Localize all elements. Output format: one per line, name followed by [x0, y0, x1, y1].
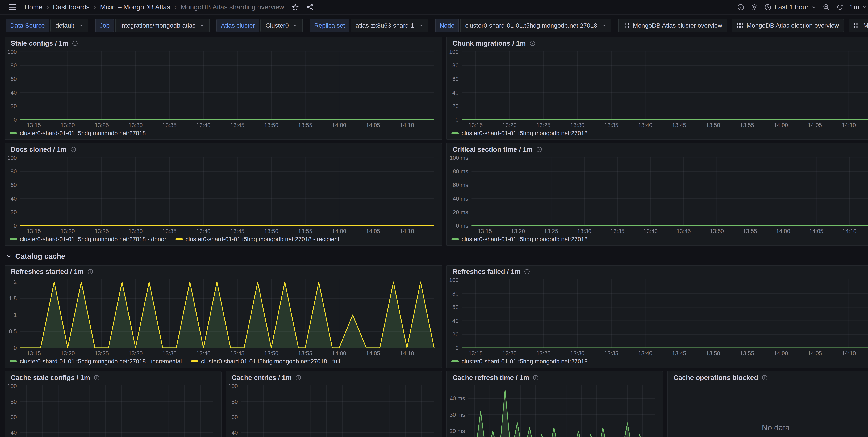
svg-text:13:15: 13:15	[478, 228, 492, 234]
settings-button[interactable]	[748, 2, 761, 12]
chart-canvas[interactable]: 13:1513:2013:2513:3013:3513:4013:4513:50…	[447, 382, 663, 437]
panel-header[interactable]: Cache refresh time / 1m	[447, 371, 663, 382]
svg-text:13:20: 13:20	[61, 122, 75, 128]
legend-item[interactable]: cluster0-shard-01-01.t5hdg.mongodb.net:2…	[452, 130, 588, 136]
gear-icon	[751, 3, 758, 11]
filter-value-dropdown[interactable]: atlas-zx8u63-shard-1	[351, 19, 429, 32]
svg-text:13:40: 13:40	[196, 350, 211, 356]
info-button[interactable]	[734, 2, 747, 12]
svg-text:14:10: 14:10	[842, 350, 856, 356]
svg-text:14:00: 14:00	[332, 228, 346, 234]
panel-info-icon[interactable]	[87, 269, 93, 275]
legend-item[interactable]: cluster0-shard-01-01.t5hdg.mongodb.net:2…	[452, 358, 588, 365]
svg-text:13:40: 13:40	[638, 350, 652, 356]
refresh-button[interactable]	[833, 2, 846, 12]
panel-info-icon[interactable]	[70, 146, 76, 153]
svg-text:40 ms: 40 ms	[453, 195, 468, 202]
dashboard-link[interactable]: MongoDB Atlas operations overview	[848, 19, 868, 32]
svg-text:13:15: 13:15	[469, 350, 483, 356]
svg-text:14:05: 14:05	[808, 350, 822, 356]
star-outline-icon	[292, 3, 299, 11]
panel-header[interactable]: Cache stale configs / 1m	[5, 371, 221, 382]
time-range-picker[interactable]: Last 1 hour	[762, 2, 819, 12]
svg-text:80: 80	[10, 168, 17, 175]
svg-text:60: 60	[10, 76, 17, 82]
caret-down-icon	[862, 4, 867, 9]
breadcrumb-item[interactable]: MongoDB Atlas sharding overview	[181, 3, 284, 11]
chart-canvas[interactable]: 13:1513:2013:2513:3013:3513:4013:4513:50…	[226, 382, 442, 437]
panel-info-icon[interactable]	[524, 269, 530, 275]
svg-text:40 ms: 40 ms	[450, 395, 465, 402]
panel-info-icon[interactable]	[533, 375, 539, 381]
panel-info-icon[interactable]	[94, 375, 100, 381]
filter-label: Node	[435, 19, 459, 32]
filter: Nodecluster0-shard-01-01.t5hdg.mongodb.n…	[435, 19, 612, 32]
legend-series-swatch	[9, 132, 17, 134]
panel-header[interactable]: Stale configs / 1m	[5, 37, 442, 48]
row-toggle-catalog-cache[interactable]: Catalog cache	[4, 249, 868, 265]
chart-canvas[interactable]: 13:1513:2013:2513:3013:3513:4013:4513:50…	[5, 276, 442, 358]
panel-header[interactable]: Critical section time / 1m	[447, 143, 868, 154]
legend-series-swatch	[452, 132, 459, 134]
dashboard-link[interactable]: MongoDB Atlas election overview	[732, 19, 844, 32]
filter-value-dropdown[interactable]: Cluster0	[260, 19, 303, 32]
filter-value-dropdown[interactable]: integrations/mongodb-atlas	[115, 19, 210, 32]
svg-text:100: 100	[228, 383, 238, 389]
svg-text:80: 80	[453, 290, 459, 297]
panel-info-icon[interactable]	[762, 375, 768, 381]
svg-text:40: 40	[10, 429, 17, 436]
chart-canvas[interactable]: 13:1513:2013:2513:3013:3513:4013:4513:50…	[5, 48, 442, 130]
dashboard-link[interactable]: MongoDB Atlas cluster overview	[618, 19, 727, 32]
legend-item[interactable]: cluster0-shard-01-01.t5hdg.mongodb.net:2…	[191, 358, 340, 365]
panel-header[interactable]: Refreshes started / 1m	[5, 266, 442, 276]
legend-item[interactable]: cluster0-shard-01-01.t5hdg.mongodb.net:2…	[175, 236, 339, 243]
panel-header[interactable]: Chunk migrations / 1m	[447, 37, 868, 48]
filter-value-dropdown[interactable]: cluster0-shard-01-01.t5hdg.mongodb.net:2…	[460, 19, 612, 32]
panel-chart-area: 13:1513:2013:2513:3013:3513:4013:4513:50…	[447, 48, 868, 130]
breadcrumb-item[interactable]: Dashboards	[53, 3, 90, 11]
panel-chart-area: 13:1513:2013:2513:3013:3513:4013:4513:50…	[447, 154, 868, 236]
refresh-interval-dropdown[interactable]: 1m	[847, 2, 868, 12]
svg-text:40: 40	[10, 195, 17, 202]
panel-header[interactable]: Cache entries / 1m	[226, 371, 442, 382]
legend-item[interactable]: cluster0-shard-01-01.t5hdg.mongodb.net:2…	[9, 130, 146, 136]
legend-item[interactable]: cluster0-shard-01-01.t5hdg.mongodb.net:2…	[9, 358, 182, 365]
svg-text:2: 2	[14, 279, 17, 285]
legend-series-swatch	[452, 361, 459, 362]
svg-text:13:50: 13:50	[706, 350, 720, 356]
chart-canvas[interactable]: 13:1513:2013:2513:3013:3513:4013:4513:50…	[447, 276, 868, 358]
menu-icon[interactable]	[6, 2, 20, 12]
svg-text:13:20: 13:20	[61, 350, 75, 356]
legend-series-label: cluster0-shard-01-01.t5hdg.mongodb.net:2…	[20, 130, 146, 136]
svg-text:13:55: 13:55	[298, 350, 312, 356]
chart-canvas[interactable]: 13:1513:2013:2513:3013:3513:4013:4513:50…	[5, 154, 442, 236]
svg-text:13:20: 13:20	[502, 122, 517, 128]
breadcrumb-item[interactable]: Home	[24, 3, 42, 11]
share-icon[interactable]	[304, 2, 316, 12]
panel-header[interactable]: Cache operations blocked	[668, 371, 868, 382]
panel-info-icon[interactable]	[295, 375, 301, 381]
panel-info-icon[interactable]	[72, 40, 78, 46]
star-icon[interactable]	[289, 2, 302, 12]
panel-cache-refresh-time-1m: Cache refresh time / 1m13:1513:2013:2513…	[446, 371, 663, 437]
svg-text:80: 80	[453, 62, 459, 69]
legend-series-label: cluster0-shard-01-01.t5hdg.mongodb.net:2…	[20, 236, 166, 243]
filter-value-dropdown[interactable]: default	[50, 19, 88, 32]
svg-text:13:50: 13:50	[264, 122, 278, 128]
breadcrumb-item[interactable]: Mixin – MongoDB Atlas	[100, 3, 170, 11]
chart-canvas[interactable]: 13:1513:2013:2513:3013:3513:4013:4513:50…	[447, 48, 868, 130]
svg-text:100: 100	[449, 49, 459, 55]
svg-text:13:45: 13:45	[230, 228, 244, 234]
panel-refreshes-started-1m: Refreshes started / 1m13:1513:2013:2513:…	[4, 265, 442, 368]
panel-header[interactable]: Docs cloned / 1m	[5, 143, 442, 154]
panel-info-icon[interactable]	[529, 40, 535, 46]
chart-canvas[interactable]: 13:1513:2013:2513:3013:3513:4013:4513:50…	[447, 154, 868, 236]
chart-canvas[interactable]: 13:1513:2013:2513:3013:3513:4013:4513:50…	[5, 382, 221, 437]
zoom-out-button[interactable]	[820, 2, 833, 12]
svg-text:0 ms: 0 ms	[456, 222, 468, 229]
svg-text:40: 40	[10, 89, 17, 96]
legend-item[interactable]: cluster0-shard-01-01.t5hdg.mongodb.net:2…	[452, 236, 588, 243]
panel-info-icon[interactable]	[536, 146, 542, 153]
panel-header[interactable]: Refreshes failed / 1m	[447, 266, 868, 276]
legend-item[interactable]: cluster0-shard-01-01.t5hdg.mongodb.net:2…	[9, 236, 166, 243]
